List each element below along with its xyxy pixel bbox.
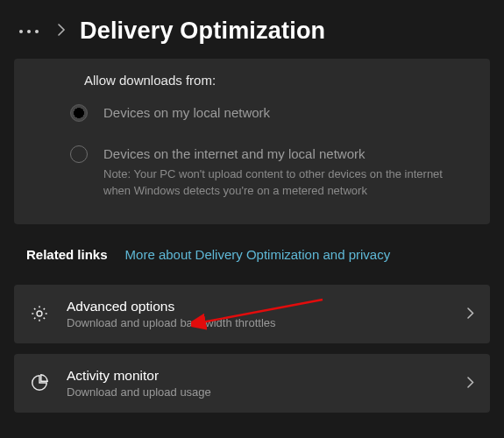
tile-subtitle: Download and upload usage (67, 385, 450, 399)
allow-downloads-card: Allow downloads from: Devices on my loca… (14, 59, 490, 224)
radio-icon (70, 145, 88, 163)
gear-icon (30, 304, 49, 323)
tile-title: Advanced options (67, 299, 450, 314)
radio-label: Devices on the internet and my local net… (103, 145, 472, 163)
page-title: Delivery Optimization (80, 18, 325, 45)
radio-icon (70, 104, 88, 122)
tile-subtitle: Download and upload bandwidth throttles (67, 316, 450, 329)
related-links: Related links More about Delivery Optimi… (14, 242, 490, 267)
radio-label: Devices on my local network (103, 103, 472, 122)
radio-local-network[interactable]: Devices on my local network (32, 103, 472, 122)
svg-point-0 (37, 311, 42, 316)
related-link-privacy[interactable]: More about Delivery Optimization and pri… (125, 247, 391, 262)
allow-downloads-label: Allow downloads from: (32, 73, 472, 88)
radio-internet-and-local[interactable]: Devices on the internet and my local net… (32, 145, 472, 200)
activity-monitor-tile[interactable]: Activity monitor Download and upload usa… (14, 354, 490, 413)
radio-note: Note: Your PC won't upload content to ot… (103, 166, 472, 200)
chevron-right-icon (467, 307, 474, 321)
breadcrumb: Delivery Optimization (0, 0, 504, 59)
chevron-right-icon (58, 24, 66, 39)
chevron-right-icon (467, 376, 474, 391)
pie-chart-icon (30, 373, 49, 392)
tile-title: Activity monitor (67, 368, 450, 384)
advanced-options-tile[interactable]: Advanced options Download and upload ban… (14, 285, 490, 343)
related-label: Related links (26, 247, 108, 262)
more-icon[interactable] (19, 30, 39, 33)
